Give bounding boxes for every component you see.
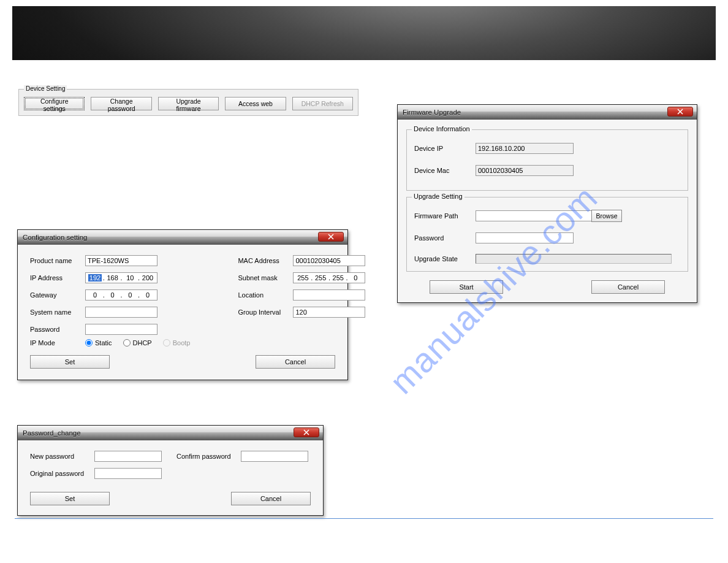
fw-password-input[interactable] <box>476 232 574 243</box>
group-interval-input[interactable] <box>293 307 365 318</box>
ip-mode-static-text: Static <box>95 339 112 347</box>
ip-mode-dhcp[interactable]: DHCP <box>123 339 152 347</box>
upgrade-state-progress <box>476 254 672 264</box>
configure-settings-button[interactable]: Configure settings <box>24 97 85 110</box>
password-change-window: Password_change New password Original pa… <box>17 425 324 516</box>
ip-address-input[interactable]: 192. 168. 10. 200 <box>85 272 157 283</box>
cancel-button[interactable]: Cancel <box>256 355 335 369</box>
ip-octet-1[interactable]: 192 <box>88 274 102 282</box>
set-button[interactable]: Set <box>30 492 110 505</box>
set-button[interactable]: Set <box>30 355 110 369</box>
device-setting-legend: Device Setting <box>24 85 67 92</box>
pw-title: Password_change <box>23 429 81 437</box>
device-information-legend: Device Information <box>412 125 472 132</box>
firmware-upgrade-window: Firmware Upgrade Device Information Devi… <box>397 104 697 303</box>
firmware-path-input[interactable] <box>476 210 592 221</box>
browse-button[interactable]: Browse <box>591 210 622 222</box>
device-information-group: Device Information Device IP 192.168.10.… <box>406 129 688 191</box>
close-icon[interactable] <box>667 107 693 117</box>
ip-mode-static[interactable]: Static <box>85 339 112 347</box>
upgrade-state-label: Upgrade State <box>414 255 476 262</box>
ip-mode-static-radio[interactable] <box>85 339 93 347</box>
device-ip-field: 192.168.10.200 <box>476 143 574 154</box>
gateway-input[interactable]: 0. 0. 0. 0 <box>85 289 157 301</box>
location-label: Location <box>238 291 293 299</box>
system-name-input[interactable] <box>85 307 157 318</box>
product-name-input[interactable] <box>85 255 157 266</box>
fw-password-label: Password <box>414 234 476 242</box>
ip-address-label: IP Address <box>30 274 85 282</box>
upgrade-setting-legend: Upgrade Setting <box>412 193 464 200</box>
configuration-setting-window: Configuration setting Product name IP Ad… <box>17 229 348 380</box>
sn-octet-4[interactable]: 0 <box>349 274 362 282</box>
close-icon[interactable] <box>318 232 344 242</box>
original-password-label: Original password <box>30 470 94 477</box>
sn-octet-3[interactable]: 255 <box>332 274 345 282</box>
close-icon[interactable] <box>294 427 319 437</box>
device-mac-field: 000102030405 <box>476 165 574 176</box>
config-titlebar[interactable]: Configuration setting <box>18 230 347 245</box>
dhcp-refresh-button[interactable]: DHCP Refresh <box>292 97 353 110</box>
ip-mode-bootp-text: Bootp <box>173 339 191 347</box>
mac-address-input[interactable] <box>293 255 365 266</box>
ip-mode-dhcp-text: DHCP <box>133 339 152 347</box>
subnet-mask-label: Subnet mask <box>238 274 293 282</box>
confirm-password-input[interactable] <box>241 451 308 462</box>
cancel-button[interactable]: Cancel <box>231 492 311 505</box>
change-password-button[interactable]: Change password <box>91 97 151 110</box>
header-banner <box>12 6 716 60</box>
ip-mode-bootp: Bootp <box>163 339 191 347</box>
start-button[interactable]: Start <box>430 280 503 294</box>
gateway-label: Gateway <box>30 291 85 299</box>
ip-mode-dhcp-radio[interactable] <box>123 339 131 347</box>
gw-octet-2[interactable]: 0 <box>106 291 119 299</box>
upgrade-setting-group: Upgrade Setting Firmware Path Browse Pas… <box>406 197 688 272</box>
new-password-input[interactable] <box>94 451 162 462</box>
device-setting-groupbox: Device Setting Configure settings Change… <box>18 89 358 116</box>
product-name-label: Product name <box>30 257 85 264</box>
new-password-label: New password <box>30 453 94 460</box>
group-interval-label: Group Interval <box>238 308 293 316</box>
confirm-password-label: Confirm password <box>176 453 241 460</box>
sn-octet-1[interactable]: 255 <box>296 274 309 282</box>
gw-octet-3[interactable]: 0 <box>123 291 137 299</box>
footer-divider <box>15 518 713 519</box>
ip-mode-bootp-radio <box>163 339 170 347</box>
password-input[interactable] <box>85 324 157 335</box>
ip-octet-4[interactable]: 200 <box>141 274 154 282</box>
upgrade-firmware-button[interactable]: Upgrade firmware <box>158 97 219 110</box>
access-web-button[interactable]: Access web <box>225 97 286 110</box>
gw-octet-1[interactable]: 0 <box>88 291 102 299</box>
ip-mode-label: IP Mode <box>30 339 85 347</box>
gw-octet-4[interactable]: 0 <box>141 291 154 299</box>
device-ip-label: Device IP <box>414 145 476 152</box>
ip-octet-3[interactable]: 10 <box>123 274 137 282</box>
cancel-button[interactable]: Cancel <box>591 280 665 294</box>
subnet-mask-input[interactable]: 255. 255. 255. 0 <box>293 272 365 283</box>
fw-titlebar[interactable]: Firmware Upgrade <box>398 105 697 120</box>
firmware-path-label: Firmware Path <box>414 212 476 220</box>
system-name-label: System name <box>30 308 85 316</box>
password-label: Password <box>30 326 85 333</box>
location-input[interactable] <box>293 289 365 301</box>
device-mac-label: Device Mac <box>414 167 476 174</box>
config-title: Configuration setting <box>23 234 87 241</box>
ip-octet-2[interactable]: 168 <box>106 274 119 282</box>
original-password-input[interactable] <box>94 468 162 479</box>
sn-octet-2[interactable]: 255 <box>314 274 327 282</box>
fw-title: Firmware Upgrade <box>403 109 461 116</box>
mac-address-label: MAC Address <box>238 257 293 264</box>
pw-titlebar[interactable]: Password_change <box>18 426 323 440</box>
